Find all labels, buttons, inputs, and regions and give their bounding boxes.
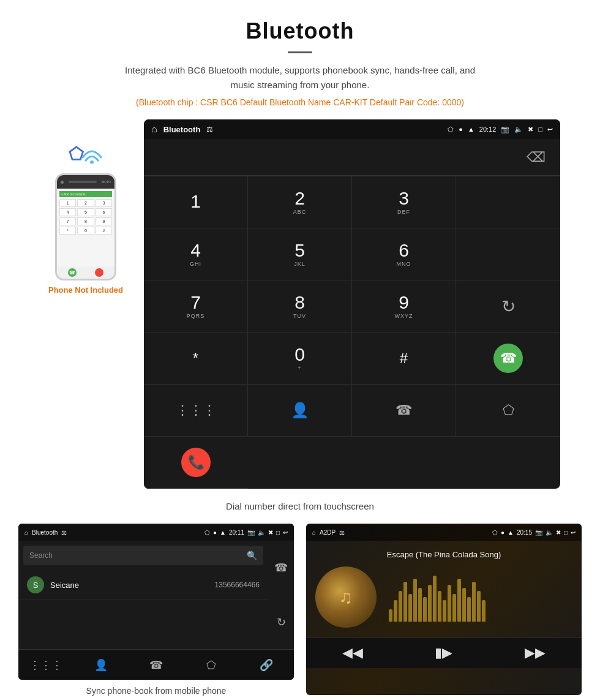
pb-right-icons: ☎ ↻: [268, 541, 294, 649]
key-8[interactable]: 8TUV: [248, 280, 352, 333]
page-header: Bluetooth Integrated with BC6 Bluetooth …: [0, 0, 600, 113]
pb-search-placeholder: Search: [29, 551, 53, 560]
key-9[interactable]: 9WXYZ: [352, 280, 456, 333]
wifi-icon: [80, 139, 104, 164]
music-content: Escape (The Pina Colada Song) ♫: [306, 541, 582, 637]
music-close-icon: ✖: [556, 529, 561, 536]
phonebook-screenshot: ⌂ Bluetooth ⚖ ⬠ ● ▲ 20:11 📷 🔈 ✖ □ ↩: [18, 524, 294, 680]
time-display: 20:12: [479, 126, 497, 133]
key-contacts-icon[interactable]: 👤: [248, 385, 352, 437]
svg-point-0: [90, 160, 94, 164]
dial-status-bar: ⌂ Bluetooth ⚖ ⬠ ● ▲ 20:12 📷 🔈 ✖ □ ↩: [144, 119, 560, 139]
key-3[interactable]: 3DEF: [352, 176, 456, 228]
header-divider: [288, 51, 312, 53]
music-usb-icon: ⚖: [339, 529, 345, 536]
key-7[interactable]: 7PQRS: [144, 280, 248, 333]
pb-usb-icon: ⚖: [61, 529, 67, 536]
pb-bt-icon: ⬠: [204, 529, 210, 536]
key-star[interactable]: *: [144, 333, 248, 385]
music-status-bar: ⌂ A2DP ⚖ ⬠ ● ▲ 20:15 📷 🔈 ✖ □ ↩: [306, 524, 582, 541]
key-4[interactable]: 4GHI: [144, 228, 248, 280]
key-refresh-cell[interactable]: ↻: [456, 280, 560, 333]
pb-contact-row: S Seicane 13566664466: [18, 570, 268, 600]
music-next-button[interactable]: ▶▶: [525, 645, 546, 661]
music-signal-icon: ▲: [508, 529, 514, 536]
header-description: Integrated with BC6 Bluetooth module, su…: [116, 63, 484, 92]
bottom-section: ⌂ Bluetooth ⚖ ⬠ ● ▲ 20:11 📷 🔈 ✖ □ ↩: [0, 524, 600, 700]
key-1[interactable]: 1: [144, 176, 248, 228]
pb-nav-user[interactable]: 👤: [73, 650, 129, 680]
music-song-title: Escape (The Pina Colada Song): [387, 550, 501, 559]
music-spectrum: [389, 573, 572, 622]
key-empty-1: [456, 176, 560, 228]
pb-nav-link[interactable]: 🔗: [239, 650, 294, 680]
dial-section: ⬠ MOTO + Add to Contacts 123 456 789 *0#: [0, 113, 600, 495]
key-dialpad-icon[interactable]: ⋮⋮⋮: [144, 385, 248, 437]
music-prev-button[interactable]: ◀◀: [342, 645, 363, 661]
pb-bottom-nav: ⋮⋮⋮ 👤 ☎ ⬠ 🔗: [18, 649, 294, 680]
key-2[interactable]: 2ABC: [248, 176, 352, 228]
music-caption: Bluetooth music compatible (Support disp…: [306, 695, 582, 700]
pb-caption-line1: Sync phone-book from mobile phone: [86, 686, 227, 696]
key-0[interactable]: 0+: [248, 333, 352, 385]
pb-time: 20:11: [229, 529, 244, 536]
dial-caption: Dial number direct from touchscreen: [0, 495, 600, 524]
music-win-icon: □: [564, 529, 568, 536]
music-vol-icon: 🔈: [546, 529, 553, 536]
pb-status-bar: ⌂ Bluetooth ⚖ ⬠ ● ▲ 20:11 📷 🔈 ✖ □ ↩: [18, 524, 294, 541]
phone-mockup: ⬠ MOTO + Add to Contacts 123 456 789 *0#: [40, 119, 132, 295]
key-hash[interactable]: #: [352, 333, 456, 385]
music-art-area: ♫: [315, 566, 572, 628]
pb-contact-number: 13566664466: [215, 581, 260, 589]
music-play-pause-button[interactable]: ▮▶: [435, 645, 452, 661]
music-time: 20:15: [517, 529, 532, 536]
pb-search-bar[interactable]: Search 🔍: [23, 546, 263, 565]
volume-icon: 🔈: [514, 126, 523, 134]
location-icon: ●: [459, 126, 463, 133]
key-bluetooth-icon[interactable]: ⬠: [456, 385, 560, 437]
pb-loc-icon: ●: [213, 529, 217, 536]
key-6[interactable]: 6MNO: [352, 228, 456, 280]
music-loc-icon: ●: [501, 529, 504, 536]
bluetooth-status-icon: ⬠: [448, 126, 454, 134]
back-icon: ↩: [547, 126, 553, 134]
dial-screen-title: Bluetooth: [163, 125, 201, 134]
pb-contact-avatar: S: [27, 576, 44, 593]
header-specs: (Bluetooth chip : CSR BC6 Default Blueto…: [12, 97, 588, 107]
key-5[interactable]: 5JKL: [248, 228, 352, 280]
dial-input-row: ⌫: [144, 139, 560, 176]
dial-screen: ⌂ Bluetooth ⚖ ⬠ ● ▲ 20:12 📷 🔈 ✖ □ ↩ ⌫: [144, 119, 560, 489]
keypad-grid: 1 2ABC 3DEF 4GHI 5JKL 6MNO 7PQRS: [144, 176, 560, 489]
home-icon: ⌂: [151, 124, 157, 135]
music-item: ⌂ A2DP ⚖ ⬠ ● ▲ 20:15 📷 🔈 ✖ □ ↩ Escape (: [306, 524, 582, 700]
pb-nav-bt[interactable]: ⬠: [184, 650, 239, 680]
pb-home-icon: ⌂: [24, 529, 28, 536]
phonebook-item: ⌂ Bluetooth ⚖ ⬠ ● ▲ 20:11 📷 🔈 ✖ □ ↩: [18, 524, 294, 700]
phone-device: MOTO + Add to Contacts 123 456 789 *0# ☎: [55, 173, 116, 280]
pb-signal-icon: ▲: [220, 529, 226, 536]
pb-title: Bluetooth: [32, 529, 58, 536]
pb-win-icon: □: [276, 529, 280, 536]
music-screenshot: ⌂ A2DP ⚖ ⬠ ● ▲ 20:15 📷 🔈 ✖ □ ↩ Escape (: [306, 524, 582, 695]
music-back-icon: ↩: [571, 529, 576, 536]
camera-icon: 📷: [501, 126, 509, 134]
pb-back-icon: ↩: [283, 529, 288, 536]
key-call-log-icon[interactable]: ☎: [352, 385, 456, 437]
pb-caption: Sync phone-book from mobile phone (Suppo…: [18, 680, 294, 700]
pb-nav-dialpad[interactable]: ⋮⋮⋮: [18, 650, 73, 680]
backspace-button[interactable]: ⌫: [520, 142, 551, 173]
pb-close-icon: ✖: [268, 529, 273, 536]
key-empty-2: [456, 228, 560, 280]
pb-refresh-icon[interactable]: ↻: [277, 615, 286, 629]
window-icon: □: [538, 126, 542, 133]
pb-nav-phone[interactable]: ☎: [129, 650, 184, 680]
signal-icon: ▲: [468, 126, 474, 133]
usb-icon: ⚖: [206, 125, 213, 134]
endcall-button[interactable]: 📞: [144, 437, 248, 489]
pb-search-icon: 🔍: [247, 551, 257, 560]
pb-cam-icon: 📷: [247, 529, 255, 536]
call-button[interactable]: ☎: [456, 333, 560, 385]
music-controls: ◀◀ ▮▶ ▶▶: [306, 637, 582, 668]
music-album-art: ♫: [315, 566, 377, 628]
pb-call-icon[interactable]: ☎: [274, 561, 288, 574]
